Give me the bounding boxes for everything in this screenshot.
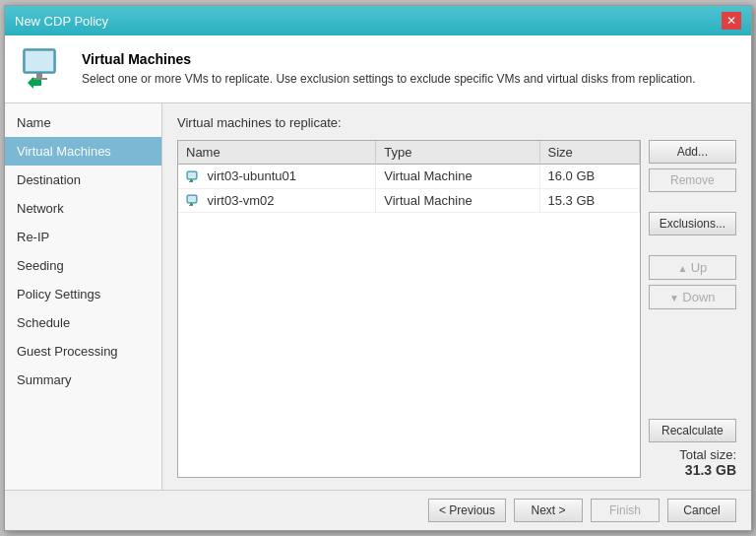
vm-type-cell: Virtual Machine	[376, 165, 539, 189]
dialog: New CDP Policy ✕ Virtual Machines Select…	[4, 5, 752, 531]
body: NameVirtual MachinesDestinationNetworkRe…	[5, 103, 751, 490]
remove-button[interactable]: Remove	[649, 168, 736, 192]
footer: < Previous Next > Finish Cancel	[5, 490, 751, 530]
svg-rect-11	[188, 196, 196, 202]
down-arrow-icon	[669, 290, 679, 304]
sidebar-item-schedule[interactable]: Schedule	[5, 308, 161, 337]
vm-type-cell: Virtual Machine	[376, 188, 539, 213]
vm-table-container: Name Type Size virt03-ubun	[177, 140, 641, 478]
vm-size-cell: 16.0 GB	[539, 165, 639, 189]
col-type: Type	[376, 141, 539, 165]
sidebar-item-seeding[interactable]: Seeding	[5, 251, 161, 280]
sidebar-item-virtual-machines[interactable]: Virtual Machines	[5, 137, 161, 166]
header-title: Virtual Machines	[82, 51, 696, 67]
total-size-label: Total size:	[649, 447, 736, 462]
right-buttons-panel: Add... Remove Exclusions... Up Down Reca…	[641, 140, 736, 478]
sidebar: NameVirtual MachinesDestinationNetworkRe…	[5, 103, 162, 490]
dialog-title: New CDP Policy	[15, 14, 108, 29]
recalculate-button[interactable]: Recalculate	[649, 419, 736, 442]
vm-size-cell: 15.3 GB	[539, 188, 639, 213]
main-row: Name Type Size virt03-ubun	[177, 140, 736, 478]
content-label: Virtual machines to replicate:	[177, 115, 736, 130]
sidebar-item-name[interactable]: Name	[5, 108, 161, 137]
sidebar-item-destination[interactable]: Destination	[5, 166, 161, 194]
title-bar: New CDP Policy ✕	[5, 6, 751, 35]
total-size: Total size: 31.3 GB	[649, 447, 736, 478]
sidebar-item-policy-settings[interactable]: Policy Settings	[5, 280, 161, 308]
svg-rect-2	[36, 73, 42, 78]
finish-button[interactable]: Finish	[591, 499, 660, 522]
vm-name-cell: virt03-vm02	[178, 188, 376, 213]
add-button[interactable]: Add...	[649, 140, 736, 164]
header-section: Virtual Machines Select one or more VMs …	[5, 35, 751, 103]
cancel-button[interactable]: Cancel	[667, 499, 736, 522]
sidebar-item-summary[interactable]: Summary	[5, 366, 161, 394]
sidebar-item-network[interactable]: Network	[5, 194, 161, 223]
svg-rect-1	[26, 51, 53, 71]
svg-rect-3	[32, 78, 47, 80]
col-size: Size	[539, 141, 639, 165]
svg-rect-6	[188, 172, 196, 178]
vm-name-cell: virt03-ubuntu01	[178, 165, 376, 189]
sidebar-item-guest-processing[interactable]: Guest Processing	[5, 337, 161, 366]
exclusions-button[interactable]: Exclusions...	[649, 212, 736, 235]
sidebar-item-re-ip[interactable]: Re-IP	[5, 223, 161, 251]
content-area: Virtual machines to replicate: Name Type…	[162, 103, 751, 490]
col-name: Name	[178, 141, 376, 165]
up-arrow-icon	[677, 260, 687, 275]
down-button[interactable]: Down	[649, 285, 736, 309]
up-button[interactable]: Up	[649, 255, 736, 280]
vm-table: Name Type Size virt03-ubun	[178, 141, 640, 213]
table-row[interactable]: virt03-ubuntu01 Virtual Machine 16.0 GB	[178, 165, 639, 189]
header-text: Virtual Machines Select one or more VMs …	[82, 51, 696, 88]
table-row[interactable]: virt03-vm02 Virtual Machine 15.3 GB	[178, 188, 639, 213]
total-size-value: 31.3 GB	[649, 462, 736, 478]
next-button[interactable]: Next >	[514, 499, 583, 522]
vm-icon	[20, 45, 67, 93]
previous-button[interactable]: < Previous	[428, 499, 506, 522]
header-description: Select one or more VMs to replicate. Use…	[82, 71, 696, 88]
close-button[interactable]: ✕	[722, 12, 741, 30]
